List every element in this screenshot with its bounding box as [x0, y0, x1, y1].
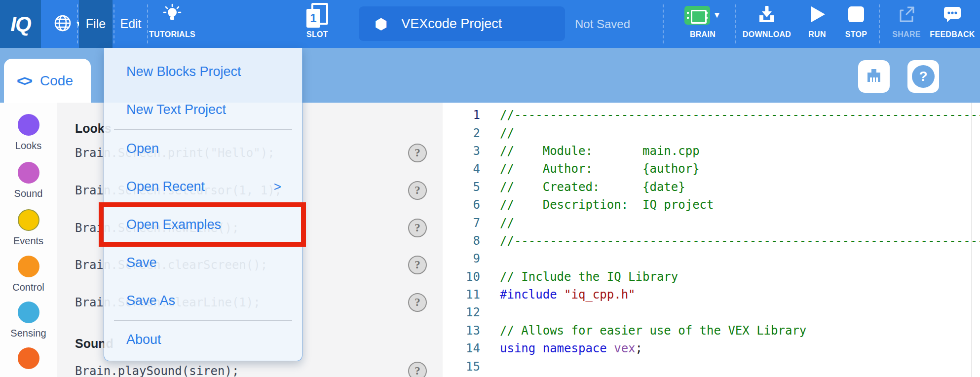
run-button[interactable]: RUN: [798, 0, 836, 48]
command-help-button[interactable]: ?: [408, 256, 427, 274]
project-name-button[interactable]: ⬢ VEXcode Project: [359, 6, 565, 41]
chevron-down-icon: ▼: [713, 10, 721, 20]
editor-scrollbar-track[interactable]: [971, 103, 972, 377]
line-number: 6: [443, 198, 480, 212]
command-help-button[interactable]: ?: [408, 293, 427, 312]
toolbar-divider: [735, 4, 736, 43]
code-line: 2//: [443, 124, 980, 142]
sidebar-item-label: Sound: [0, 188, 57, 199]
code-line: 15: [443, 357, 980, 375]
code-line: 1//-------------------------------------…: [443, 106, 980, 124]
command-help-button[interactable]: ?: [408, 219, 427, 237]
sidebar-item-sound[interactable]: Sound: [0, 162, 57, 199]
toolbar-divider: [113, 4, 114, 43]
stop-button[interactable]: STOP: [837, 0, 875, 48]
tutorials-button[interactable]: TUTORIALS: [148, 0, 196, 48]
line-number: 10: [443, 270, 480, 284]
menu-item-label: New Blocks Project: [126, 64, 241, 79]
line-number: 3: [443, 144, 480, 158]
submenu-arrow-icon: >: [274, 179, 281, 194]
command-help-button[interactable]: ?: [408, 181, 427, 200]
menu-item-label: New Text Project: [126, 102, 226, 117]
menu-item-label: Open: [126, 141, 159, 156]
code-text: #include "iq_cpp.h": [500, 288, 636, 302]
edit-menu-button[interactable]: Edit: [115, 0, 147, 48]
line-number: 12: [443, 305, 480, 319]
code-text: //: [500, 126, 514, 140]
sidebar-item-label: Sensing: [0, 328, 57, 339]
sensing-category-icon: [18, 302, 39, 323]
code-text: // Module: main.cpp: [500, 144, 700, 158]
code-text: // Created: {date}: [500, 180, 685, 194]
command-snippet[interactable]: Brain.playSound(siren);: [75, 364, 239, 377]
slot-button[interactable]: 1 SLOT: [299, 0, 336, 48]
sidebar-item-extra[interactable]: [0, 347, 57, 374]
menu-item-label: Save: [126, 255, 157, 270]
menu-item-new-text-project[interactable]: New Text Project: [104, 91, 302, 129]
sidebar-item-sensing[interactable]: Sensing: [0, 302, 57, 339]
command-help-button[interactable]: ?: [408, 362, 427, 377]
menu-item-open-recent[interactable]: Open Recent>: [104, 168, 302, 206]
code-line: 14using namespace vex;: [443, 339, 980, 357]
menu-item-new-blocks-project[interactable]: New Blocks Project: [104, 53, 302, 91]
control-category-icon: [18, 256, 39, 277]
code-line: 11#include "iq_cpp.h": [443, 286, 980, 303]
code-editor[interactable]: 1//-------------------------------------…: [443, 103, 980, 377]
sidebar-item-control[interactable]: Control: [0, 256, 57, 293]
menu-item-open[interactable]: Open: [104, 130, 302, 168]
question-help-icon: ?: [912, 65, 935, 88]
menu-item-label: Save As: [126, 293, 175, 308]
code-text: //: [500, 216, 514, 230]
menu-item-save-as[interactable]: Save As: [104, 282, 302, 320]
tab-code[interactable]: <> Code: [4, 59, 91, 103]
menu-item-save[interactable]: Save: [104, 244, 302, 282]
looks-category-icon: [18, 114, 39, 136]
code-line: 12: [443, 303, 980, 321]
line-number: 14: [443, 341, 480, 355]
brain-button[interactable]: ▼ BRAIN: [675, 0, 730, 48]
code-tab-label: Code: [40, 73, 73, 89]
code-line: 10// Include the IQ Library: [443, 268, 980, 286]
menu-item-label: About: [126, 332, 161, 347]
line-number: 5: [443, 180, 480, 194]
feedback-label: FEEDBACK: [930, 31, 975, 38]
code-line: 4// Author: {author}: [443, 160, 980, 178]
help-button[interactable]: ?: [907, 60, 939, 93]
code-line: 5// Created: {date}: [443, 178, 980, 196]
line-number: 15: [443, 360, 480, 374]
toolbar-divider: [879, 4, 880, 43]
line-number: 13: [443, 324, 480, 338]
tutorials-label: TUTORIALS: [149, 31, 195, 38]
extra-category-icon: [18, 347, 39, 369]
brain-label: BRAIN: [690, 31, 716, 38]
sidebar-item-label: Looks: [0, 140, 57, 151]
category-sidebar: LooksSoundEventsControlSensing: [0, 103, 57, 377]
download-button[interactable]: DOWNLOAD: [743, 0, 791, 48]
share-button[interactable]: SHARE: [887, 0, 926, 48]
sidebar-item-looks[interactable]: Looks: [0, 114, 57, 151]
app-logo: IQ: [0, 0, 41, 48]
sidebar-item-label: Control: [0, 282, 57, 293]
vexcode-iq-window: IQ ▼ File Edit: [0, 0, 980, 377]
brain-icon: [684, 6, 710, 25]
run-icon: [808, 5, 826, 26]
lightbulb-icon: [162, 3, 183, 27]
menu-item-label: Open Recent: [126, 179, 205, 194]
stop-label: STOP: [845, 31, 867, 38]
toolbar-divider: [663, 4, 664, 43]
menu-item-about[interactable]: About: [104, 321, 302, 359]
command-help-button[interactable]: ?: [408, 144, 427, 162]
sidebar-item-events[interactable]: Events: [0, 209, 57, 247]
brain-port-button[interactable]: [858, 60, 890, 93]
top-toolbar: IQ ▼ File Edit: [0, 0, 980, 48]
line-number: 9: [443, 252, 480, 265]
code-line: 9: [443, 250, 980, 267]
code-brackets-icon: <>: [17, 73, 31, 89]
highlight-box: [99, 202, 306, 247]
file-menu-button[interactable]: File: [79, 0, 113, 48]
line-number: 8: [443, 234, 480, 248]
file-menu-label: File: [86, 17, 106, 31]
feedback-button[interactable]: FEEDBACK: [927, 0, 978, 48]
toolbar-divider: [77, 4, 78, 43]
sidebar-item-label: Events: [0, 235, 57, 247]
